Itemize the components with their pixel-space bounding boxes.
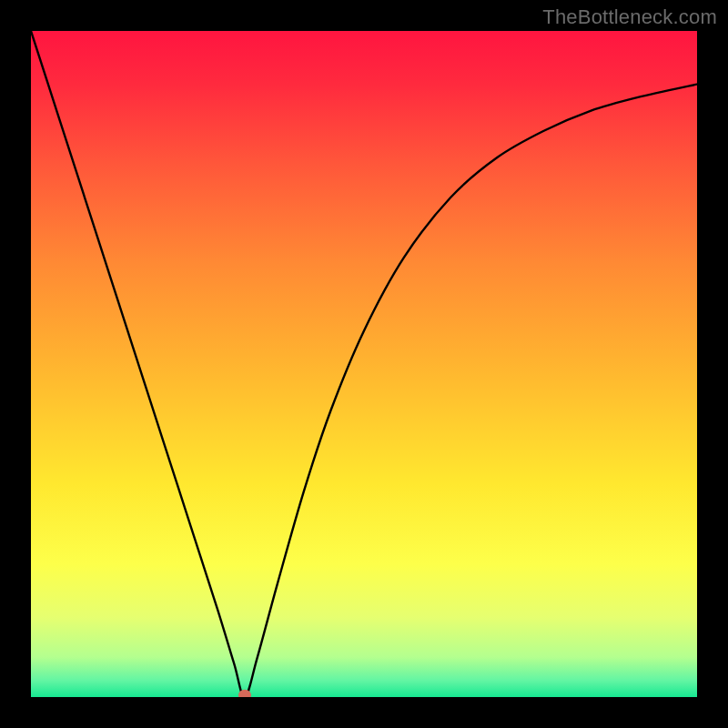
chart-frame: TheBottleneck.com	[0, 0, 728, 728]
plot-svg	[31, 31, 697, 697]
watermark-text: TheBottleneck.com	[542, 5, 717, 29]
plot-area	[31, 31, 697, 697]
gradient-background	[31, 31, 697, 697]
